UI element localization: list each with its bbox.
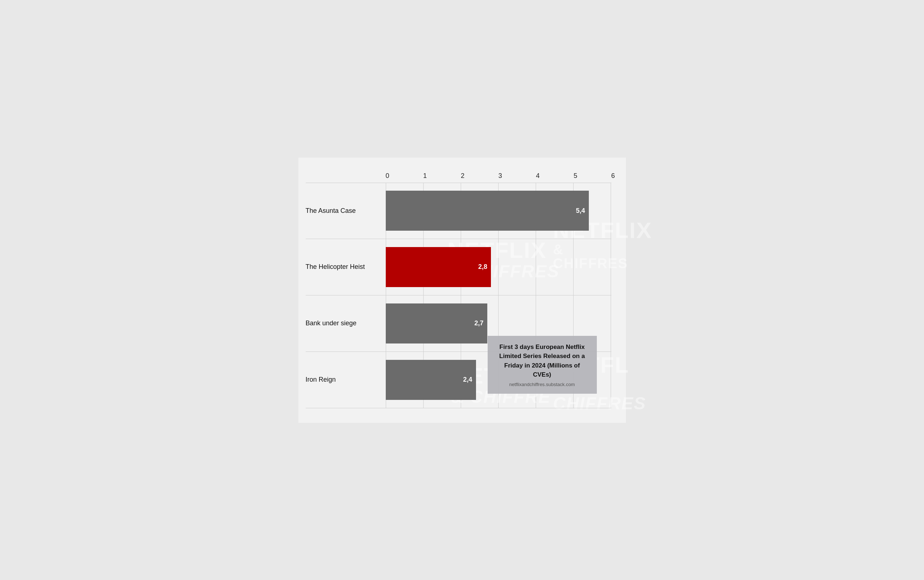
bar-bank: 2,7 [386,303,487,343]
bar-asunta: 5,4 [386,191,589,231]
bar-wrapper-asunta: 5,4 [386,183,611,239]
bar-label-iron: Iron Reign [306,376,386,384]
bar-row-helicopter: The Helicopter Heist 2,8 [306,239,611,295]
bar-value-iron: 2,4 [463,376,472,384]
bar-row-asunta: The Asunta Case 5,4 [306,183,611,239]
axis-labels: 0 1 2 3 4 5 6 [386,172,611,180]
info-box-source: netflixandchiffres.substack.com [496,382,588,387]
chart-inner: NETFLIX & CHIFFRES NETFLIX & CHIFFRES NE… [306,183,611,408]
bar-label-bank: Bank under siege [306,320,386,327]
axis-top: 0 1 2 3 4 5 6 [386,172,611,180]
bar-wrapper-helicopter: 2,8 [386,239,611,295]
bar-label-asunta: The Asunta Case [306,207,386,215]
info-box: First 3 days European Netflix Limited Se… [488,336,597,394]
bar-label-helicopter: The Helicopter Heist [306,263,386,271]
chart-container: 0 1 2 3 4 5 6 NETFLIX & CHIFFRES NETFL [298,158,626,423]
bar-value-bank: 2,7 [474,320,483,327]
info-box-title: First 3 days European Netflix Limited Se… [496,343,588,379]
bar-iron: 2,4 [386,360,476,400]
bar-value-asunta: 5,4 [576,207,585,215]
bar-helicopter: 2,8 [386,247,491,287]
bar-value-helicopter: 2,8 [478,263,487,271]
